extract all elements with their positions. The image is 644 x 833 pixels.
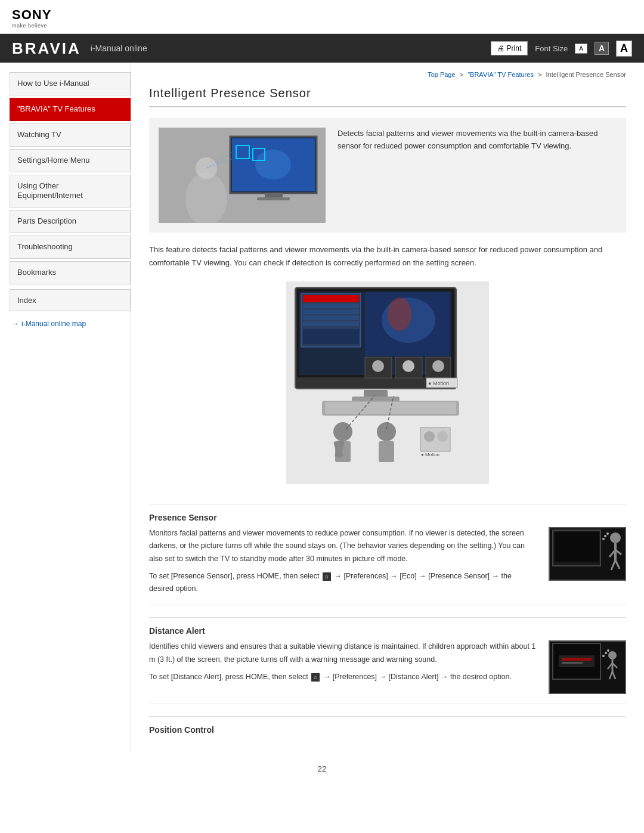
svg-point-45 <box>424 431 435 442</box>
distance-alert-body: Identifies child viewers and ensures tha… <box>149 640 537 666</box>
header-controls: 🖨 Print Font Size A A A <box>491 41 632 57</box>
svg-rect-8 <box>265 193 283 198</box>
svg-rect-67 <box>562 662 583 664</box>
sidebar: How to Use i-Manual "BRAVIA" TV Features… <box>0 63 131 753</box>
main-layout: How to Use i-Manual "BRAVIA" TV Features… <box>0 63 644 753</box>
svg-rect-9 <box>257 197 290 200</box>
bravia-bar: BRAVIA i-Manual online 🖨 Print Font Size… <box>0 34 644 63</box>
presence-sensor-header: Presence Sensor <box>149 504 626 522</box>
print-button[interactable]: 🖨 Print <box>491 41 528 55</box>
main-diagram-container: ● Motion <box>149 281 626 486</box>
svg-text:● Motion: ● Motion <box>428 380 449 386</box>
breadcrumb-current: Intelligent Presence Sensor <box>546 71 626 78</box>
svg-rect-17 <box>303 295 359 302</box>
presence-sensor-img-svg <box>550 527 625 581</box>
sony-logo: SONY <box>12 7 632 23</box>
sony-tagline: make.believe <box>12 23 632 29</box>
svg-point-61 <box>606 532 609 535</box>
distance-alert-subsection: Identifies child viewers and ensures tha… <box>149 640 626 704</box>
breadcrumb-top-page[interactable]: Top Page <box>428 71 455 78</box>
home-icon: ⌂ <box>323 572 331 581</box>
bravia-logo-text: BRAVIA <box>12 39 81 58</box>
breadcrumb-bravia-features[interactable]: "BRAVIA" TV Features <box>467 71 534 78</box>
sidebar-item-settings[interactable]: Settings/Home Menu <box>10 149 131 172</box>
imanual-map-link[interactable]: i-Manual online map <box>10 320 131 328</box>
breadcrumb: Top Page > "BRAVIA" TV Features > Intell… <box>149 71 626 78</box>
distance-alert-img-svg <box>550 640 625 694</box>
content-area: Top Page > "BRAVIA" TV Features > Intell… <box>131 63 644 753</box>
presence-sensor-body: Monitors facial patterns and viewer move… <box>149 527 537 565</box>
font-size-large-button[interactable]: A <box>616 41 632 57</box>
svg-point-46 <box>437 431 448 442</box>
main-diagram-svg: ● Motion <box>286 281 489 484</box>
distance-alert-setting: To set [Distance Alert], press HOME, the… <box>149 671 537 683</box>
svg-point-59 <box>602 538 605 540</box>
top-bar: SONY make.believe <box>0 0 644 34</box>
sony-logo-area: SONY make.believe <box>12 7 632 29</box>
breadcrumb-sep1: > <box>460 71 463 78</box>
font-size-small-button[interactable]: A <box>575 44 587 54</box>
distance-setting-path: → [Preferences] → [Distance Alert] → the… <box>323 673 512 681</box>
presence-setting-text: To set [Presence Sensor], press HOME, th… <box>149 572 320 580</box>
intro-section: Detects facial patterns and viewer movem… <box>149 118 626 233</box>
svg-point-5 <box>255 150 291 179</box>
svg-point-25 <box>388 298 411 331</box>
home-icon-2: ⌂ <box>311 673 320 682</box>
presence-sensor-subsection: Monitors facial patterns and viewer move… <box>149 527 626 605</box>
presence-sensor-image <box>549 527 626 581</box>
sidebar-item-bravia-features[interactable]: "BRAVIA" TV Features <box>10 98 131 121</box>
svg-rect-20 <box>303 315 359 320</box>
distance-alert-header: Distance Alert <box>149 617 626 636</box>
sidebar-item-bookmarks[interactable]: Bookmarks <box>10 261 131 284</box>
svg-rect-18 <box>303 304 359 308</box>
intro-description: Detects facial patterns and viewer movem… <box>338 128 617 223</box>
intro-image <box>159 128 326 223</box>
imanual-label: i-Manual online <box>91 44 147 53</box>
svg-point-27 <box>372 360 384 372</box>
sidebar-item-parts-desc[interactable]: Parts Description <box>10 210 131 233</box>
body-text: This feature detects facial patterns and… <box>149 243 626 270</box>
svg-rect-52 <box>555 532 599 562</box>
sidebar-item-troubleshooting[interactable]: Troubleshooting <box>10 236 131 259</box>
font-size-medium-button[interactable]: A <box>595 42 609 55</box>
breadcrumb-sep2: > <box>538 71 541 78</box>
svg-point-68 <box>608 651 617 659</box>
svg-rect-65 <box>559 655 595 667</box>
print-icon: 🖨 <box>497 44 504 52</box>
presence-sensor-setting: To set [Presence Sensor], press HOME, th… <box>149 570 537 596</box>
presence-sensor-text: Monitors facial patterns and viewer move… <box>149 527 537 595</box>
svg-point-60 <box>604 535 606 537</box>
position-control-section: Position Control <box>149 716 626 735</box>
main-diagram: ● Motion <box>286 281 489 486</box>
svg-rect-66 <box>562 658 592 661</box>
page-number: 22 <box>0 753 644 779</box>
svg-rect-34 <box>364 390 388 397</box>
sidebar-item-watching-tv[interactable]: Watching TV <box>10 123 131 147</box>
distance-alert-image <box>549 640 626 694</box>
svg-point-31 <box>432 360 444 372</box>
sidebar-item-using-other[interactable]: Using Other Equipment/Internet <box>10 175 131 208</box>
svg-rect-22 <box>303 329 359 344</box>
position-control-title: Position Control <box>149 725 214 735</box>
svg-point-74 <box>602 655 605 657</box>
svg-rect-43 <box>379 441 394 462</box>
svg-rect-21 <box>303 321 359 326</box>
bravia-title-area: BRAVIA i-Manual online <box>12 39 147 58</box>
print-label: Print <box>507 44 522 52</box>
svg-point-29 <box>402 360 414 372</box>
sidebar-item-how-to-use[interactable]: How to Use i-Manual <box>10 72 131 95</box>
svg-point-75 <box>605 652 607 654</box>
sidebar-index[interactable]: Index <box>10 289 131 311</box>
distance-alert-text: Identifies child viewers and ensures tha… <box>149 640 537 694</box>
svg-text:● Motion: ● Motion <box>421 452 439 457</box>
svg-point-53 <box>610 532 621 543</box>
svg-point-42 <box>377 422 396 441</box>
svg-point-76 <box>607 649 609 652</box>
svg-rect-19 <box>303 309 359 314</box>
page-title: Intelligent Presence Sensor <box>149 86 626 107</box>
intro-diagram-svg <box>159 128 326 223</box>
distance-setting-text: To set [Distance Alert], press HOME, the… <box>149 673 308 681</box>
font-size-label: Font Size <box>535 44 568 53</box>
